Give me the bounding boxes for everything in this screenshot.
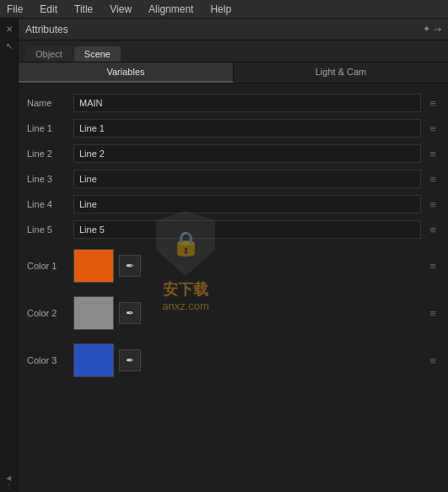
- line4-menu-icon[interactable]: ≡: [426, 198, 440, 211]
- name-input[interactable]: [73, 94, 421, 112]
- panel-area: Attributes ✦ ↗ Object Scene Variables Li…: [19, 19, 448, 492]
- subtab-lightcam[interactable]: Light & Cam: [234, 62, 448, 83]
- close-icon[interactable]: ✕: [3, 22, 16, 35]
- menu-file[interactable]: File: [3, 2, 26, 17]
- name-menu-icon[interactable]: ≡: [426, 97, 440, 110]
- color3-label: Color 3: [27, 355, 73, 365]
- color2-eyedropper-button[interactable]: ✒: [119, 302, 141, 324]
- content-area: Name ≡ Line 1 ≡ Line 2 ≡ Line 3 ≡: [19, 84, 448, 492]
- line1-label: Line 1: [27, 123, 73, 133]
- panel-title: Attributes: [25, 24, 68, 35]
- color2-row: Color 2 ✒ ≡: [19, 289, 448, 337]
- line5-menu-icon[interactable]: ≡: [426, 224, 440, 236]
- name-label: Name: [27, 98, 73, 108]
- subtab-variables[interactable]: Variables: [19, 62, 234, 83]
- line4-label: Line 4: [27, 199, 73, 209]
- color3-swatch[interactable]: [73, 343, 114, 377]
- color2-label: Color 2: [27, 308, 73, 318]
- color1-swatch[interactable]: [73, 249, 114, 283]
- menu-help[interactable]: Help: [207, 2, 235, 17]
- eyedropper3-icon: ✒: [126, 354, 134, 366]
- color1-menu-icon[interactable]: ≡: [426, 260, 440, 273]
- line1-input[interactable]: [73, 119, 421, 138]
- cursor-icon[interactable]: ↖: [3, 39, 16, 52]
- tab-object[interactable]: Object: [25, 46, 73, 62]
- menu-title[interactable]: Title: [71, 2, 96, 17]
- color2-swatch[interactable]: [73, 296, 114, 330]
- line2-menu-icon[interactable]: ≡: [426, 148, 440, 160]
- line2-input[interactable]: [73, 144, 421, 163]
- line2-label: Line 2: [27, 149, 73, 159]
- panel-header: Attributes ✦ ↗: [19, 19, 448, 41]
- collapse-left-icon[interactable]: ◀⋮: [3, 475, 16, 489]
- subtabs-row: Variables Light & Cam: [19, 62, 448, 84]
- color3-menu-icon[interactable]: ≡: [426, 354, 440, 367]
- color3-eyedropper-button[interactable]: ✒: [119, 349, 141, 371]
- color1-eyedropper-button[interactable]: ✒: [119, 255, 141, 277]
- line4-input[interactable]: [73, 195, 421, 214]
- menu-view[interactable]: View: [106, 2, 135, 17]
- main-layout: ✕ ↖ ◀⋮ Attributes ✦ ↗ Object Scene Varia…: [0, 19, 448, 492]
- pin-icon[interactable]: ✦: [423, 24, 430, 35]
- line3-menu-icon[interactable]: ≡: [426, 173, 440, 186]
- panel-header-icons: ✦ ↗: [423, 24, 441, 35]
- line3-label: Line 3: [27, 174, 73, 184]
- eyedropper-icon: ✒: [126, 260, 134, 272]
- color1-row: Color 1 ✒ ≡: [19, 242, 448, 289]
- line5-field-row: Line 5 ≡: [19, 217, 448, 242]
- tab-scene[interactable]: Scene: [74, 46, 121, 62]
- left-sidebar: ✕ ↖ ◀⋮: [0, 19, 19, 492]
- name-field-row: Name ≡: [19, 90, 448, 116]
- color1-label: Color 1: [27, 261, 73, 271]
- menu-alignment[interactable]: Alignment: [145, 2, 197, 17]
- line5-label: Line 5: [27, 224, 73, 235]
- line4-field-row: Line 4 ≡: [19, 192, 448, 217]
- color2-menu-icon[interactable]: ≡: [426, 307, 440, 320]
- expand-icon[interactable]: ↗: [431, 23, 445, 36]
- line1-field-row: Line 1 ≡: [19, 116, 448, 141]
- line3-field-row: Line 3 ≡: [19, 166, 448, 192]
- tabs-row: Object Scene: [19, 41, 448, 62]
- line1-menu-icon[interactable]: ≡: [426, 122, 440, 135]
- line5-input[interactable]: [73, 220, 421, 239]
- menubar: File Edit Title View Alignment Help: [0, 0, 448, 19]
- line3-input[interactable]: [73, 170, 421, 188]
- menu-edit[interactable]: Edit: [36, 2, 61, 17]
- eyedropper2-icon: ✒: [126, 307, 134, 319]
- color3-row: Color 3 ✒ ≡: [19, 337, 448, 384]
- line2-field-row: Line 2 ≡: [19, 141, 448, 166]
